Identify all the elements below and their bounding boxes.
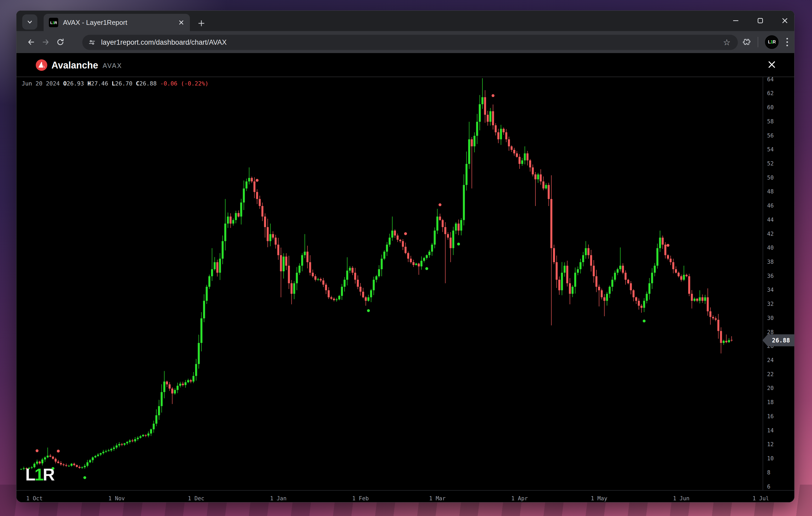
profile-avatar[interactable]: L1R <box>765 35 779 49</box>
y-axis-tick: 64 <box>767 76 774 83</box>
y-axis-tick: 10 <box>767 455 774 462</box>
x-axis-tick: 1 Oct <box>26 495 42 501</box>
browser-window: L1R AVAX - Layer1Report <box>16 10 794 503</box>
x-axis-tick: 1 May <box>591 495 607 501</box>
x-axis-tick: 1 Jan <box>270 495 287 501</box>
menu-kebab-icon[interactable] <box>785 37 789 47</box>
y-axis-tick: 42 <box>767 231 774 237</box>
y-axis-tick: 20 <box>767 385 774 391</box>
y-axis-tick: 36 <box>767 273 774 279</box>
y-axis-tick: 32 <box>767 301 774 307</box>
y-axis-tick: 62 <box>767 90 774 97</box>
y-axis-tick: 38 <box>767 259 774 265</box>
y-axis-tick: 14 <box>767 427 774 434</box>
chart-close-icon[interactable] <box>767 60 777 69</box>
browser-toolbar: layer1report.com/dashboard/chart/AVAX ☆ … <box>17 31 794 53</box>
x-axis-line <box>17 490 794 491</box>
x-axis-tick: 1 Jun <box>673 495 690 501</box>
y-axis-tick: 18 <box>767 399 774 405</box>
x-axis-tick: 1 Apr <box>512 495 528 501</box>
y-axis-tick: 30 <box>767 315 774 321</box>
y-axis-tick: 6 <box>767 484 771 490</box>
y-axis-tick: 56 <box>767 133 774 139</box>
y-axis-tick: 52 <box>767 161 774 167</box>
new-tab-button[interactable] <box>195 17 208 30</box>
x-axis-tick: 1 Mar <box>429 495 445 501</box>
y-axis-tick: 44 <box>767 217 774 223</box>
url-text[interactable]: layer1report.com/dashboard/chart/AVAX <box>101 38 723 47</box>
window-maximize-button[interactable] <box>756 16 765 25</box>
y-axis-tick: 50 <box>767 174 774 181</box>
tab-title: AVAX - Layer1Report <box>63 19 178 27</box>
x-axis-tick: 1 Dec <box>188 495 204 501</box>
extensions-puzzle-icon[interactable] <box>742 38 751 47</box>
tab-favicon: L1R <box>49 18 58 27</box>
y-axis-tick: 12 <box>767 441 774 447</box>
y-axis-tick: 46 <box>767 202 774 209</box>
window-close-button[interactable] <box>780 16 789 25</box>
y-axis-tick: 34 <box>767 287 774 293</box>
last-price-tag: 26.88 <box>762 334 794 346</box>
y-axis-tick: 60 <box>767 104 774 111</box>
site-settings-icon[interactable] <box>88 38 96 46</box>
toolbar-separator <box>758 37 758 47</box>
y-axis-tick: 24 <box>767 357 774 363</box>
tab-search-button[interactable] <box>22 15 37 30</box>
chevron-down-icon <box>26 19 33 25</box>
candlestick-canvas[interactable] <box>17 53 763 491</box>
bookmark-star-icon[interactable]: ☆ <box>723 37 730 47</box>
l1r-watermark: L1R <box>25 465 54 484</box>
y-axis-tick: 22 <box>767 371 774 377</box>
y-axis-tick: 16 <box>767 413 774 419</box>
reload-button[interactable] <box>53 35 68 49</box>
tab-strip: L1R AVAX - Layer1Report <box>17 11 794 31</box>
tab-close-icon[interactable] <box>178 19 185 26</box>
y-axis-line <box>763 77 763 490</box>
page-content: Avalanche AVAX Jun 20 2024 O26.93 H27.46… <box>17 53 794 503</box>
x-axis-tick: 1 Jul <box>752 495 769 501</box>
y-axis-tick: 58 <box>767 118 774 125</box>
x-axis-tick: 1 Nov <box>108 495 125 501</box>
y-axis-tick: 40 <box>767 245 774 251</box>
x-axis-tick: 1 Feb <box>352 495 369 501</box>
url-bar[interactable]: layer1report.com/dashboard/chart/AVAX ☆ <box>82 35 738 50</box>
y-axis-tick: 8 <box>767 469 771 476</box>
browser-tab-active[interactable]: L1R AVAX - Layer1Report <box>44 14 190 31</box>
y-axis-tick: 54 <box>767 146 774 153</box>
window-minimize-button[interactable] <box>731 16 741 25</box>
back-button[interactable] <box>24 35 38 49</box>
forward-button[interactable] <box>38 35 53 49</box>
y-axis-tick: 48 <box>767 188 774 195</box>
